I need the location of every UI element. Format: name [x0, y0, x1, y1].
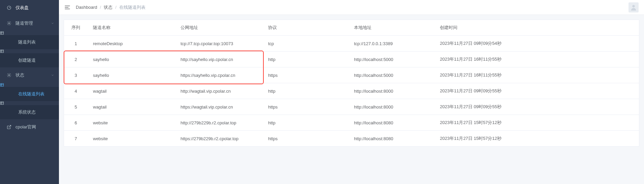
nav-tunnel-create-label: 创建隧道: [18, 57, 36, 63]
table-icon: [0, 101, 59, 105]
th-seq: 序列: [64, 20, 88, 36]
cell-url: tcp://7.tcp.cpolar.top:10073: [175, 36, 263, 52]
cell-created: 2023年11月27日 15时57分12秒: [434, 115, 639, 131]
breadcrumb-dashboard[interactable]: Dashboard: [76, 5, 97, 10]
cell-seq: 6: [64, 115, 88, 131]
nav-tunnel-mgmt-label: 隧道管理: [15, 20, 33, 26]
nav-online-tunnels-label: 在线隧道列表: [18, 91, 44, 97]
breadcrumb-sep: /: [100, 5, 101, 10]
breadcrumb: Dashboard / 状态 / 在线隧道列表: [76, 4, 146, 10]
cell-seq: 1: [64, 36, 88, 52]
svg-rect-12: [1, 102, 4, 104]
th-name: 隧道名称: [88, 20, 175, 36]
th-url: 公网地址: [175, 20, 263, 36]
gear-icon: [6, 73, 12, 78]
nav-cpolar-site[interactable]: cpolar官网: [0, 119, 59, 135]
avatar[interactable]: [629, 2, 639, 12]
cell-proto: https: [263, 131, 349, 147]
table-row: 3sayhellohttps://sayhello.vip.cpolar.cnh…: [64, 67, 639, 83]
cell-local: http://localhost:8080: [349, 115, 434, 131]
cell-url: http://wagtail.vip.cpolar.cn: [175, 83, 263, 99]
chevron-down-icon: [51, 73, 54, 77]
breadcrumb-sep: /: [115, 5, 117, 10]
cell-created: 2023年11月27日 09时09分55秒: [434, 99, 639, 115]
nav-dashboard[interactable]: 仪表盘: [0, 0, 59, 16]
cell-seq: 2: [64, 52, 88, 67]
nav-status-label: 状态: [15, 72, 24, 78]
breadcrumb-status[interactable]: 状态: [104, 4, 112, 10]
cell-name: wagtail: [88, 99, 175, 115]
nav-tunnel-mgmt[interactable]: 隧道管理: [0, 16, 59, 31]
nav-tunnel-create[interactable]: 创建隧道: [0, 53, 59, 67]
nav-dashboard-label: 仪表盘: [15, 5, 29, 11]
cell-seq: 4: [64, 83, 88, 99]
nav-online-tunnels[interactable]: 在线隧道列表: [0, 87, 59, 101]
external-link-icon: [6, 125, 12, 129]
cell-name: sayhello: [88, 67, 175, 83]
cell-name: website: [88, 131, 175, 147]
table-icon: [0, 49, 59, 53]
table-row: 7websitehttps://279b229b.r2.cpolar.topht…: [64, 131, 639, 147]
table-icon: [0, 83, 59, 87]
cell-created: 2023年11月27日 15时57分12秒: [434, 131, 639, 147]
sidebar: 仪表盘 隧道管理 隧道列表 创建隧道: [0, 0, 59, 184]
svg-rect-9: [1, 84, 4, 86]
nav-system-status-label: 系统状态: [18, 109, 36, 115]
th-proto: 协议: [263, 20, 349, 36]
cell-proto: http: [263, 52, 349, 67]
cell-url: http://279b229b.r2.cpolar.top: [175, 115, 263, 131]
cell-proto: https: [263, 67, 349, 83]
chevron-down-icon: [51, 22, 54, 25]
table-row: 6websitehttp://279b229b.r2.cpolar.tophtt…: [64, 115, 639, 131]
cell-url: https://279b229b.r2.cpolar.top: [175, 131, 263, 147]
content: 序列 隧道名称 公网地址 协议 本地地址 创建时间 1remoteDesktop…: [59, 15, 644, 151]
cell-local: http://localhost:8080: [349, 131, 434, 147]
tunnel-table-card: 序列 隧道名称 公网地址 协议 本地地址 创建时间 1remoteDesktop…: [64, 20, 639, 147]
cell-name: sayhello: [88, 52, 175, 67]
th-local: 本地地址: [349, 20, 434, 36]
cell-local: http://localhost:5000: [349, 52, 434, 67]
cell-created: 2023年11月27日 16时11分55秒: [434, 52, 639, 67]
svg-line-15: [9, 125, 11, 127]
gauge-icon: [6, 5, 12, 10]
cell-name: website: [88, 115, 175, 131]
cell-name: remoteDesktop: [88, 36, 175, 52]
cell-created: 2023年11月27日 09时09分54秒: [434, 36, 639, 52]
table-row: 5wagtailhttps://wagtail.vip.cpolar.cnhtt…: [64, 99, 639, 115]
gear-icon: [6, 21, 12, 26]
nav-tunnel-list-label: 隧道列表: [18, 39, 36, 45]
cell-url: http://sayhello.vip.cpolar.cn: [175, 52, 263, 67]
cell-local: tcp://127.0.0.1:3389: [349, 36, 434, 52]
cell-seq: 3: [64, 67, 88, 83]
th-created: 创建时间: [434, 20, 639, 36]
cell-proto: http: [263, 83, 349, 99]
header: Dashboard / 状态 / 在线隧道列表: [59, 0, 644, 15]
cell-name: wagtail: [88, 83, 175, 99]
svg-point-8: [8, 74, 10, 76]
nav-cpolar-site-label: cpolar官网: [15, 124, 36, 130]
table-icon: [0, 31, 59, 35]
nav-system-status[interactable]: 系统状态: [0, 105, 59, 119]
cell-url: https://sayhello.vip.cpolar.cn: [175, 67, 263, 83]
cell-url: https://wagtail.vip.cpolar.cn: [175, 99, 263, 115]
tunnel-table: 序列 隧道名称 公网地址 协议 本地地址 创建时间 1remoteDesktop…: [64, 20, 639, 146]
cell-local: http://localhost:8000: [349, 83, 434, 99]
nav-tunnel-list[interactable]: 隧道列表: [0, 35, 59, 49]
cell-proto: tcp: [263, 36, 349, 52]
menu-toggle-icon[interactable]: [64, 5, 70, 10]
cell-created: 2023年11月27日 09时09分55秒: [434, 83, 639, 99]
cell-seq: 7: [64, 131, 88, 147]
svg-point-19: [632, 5, 635, 7]
svg-rect-2: [1, 32, 4, 34]
cell-seq: 5: [64, 99, 88, 115]
cell-proto: http: [263, 115, 349, 131]
cell-local: http://localhost:5000: [349, 67, 434, 83]
table-row: 1remoteDesktoptcp://7.tcp.cpolar.top:100…: [64, 36, 639, 52]
breadcrumb-current: 在线隧道列表: [119, 4, 146, 10]
svg-rect-5: [1, 50, 4, 53]
nav-status[interactable]: 状态: [0, 67, 59, 83]
cell-local: http://localhost:8000: [349, 99, 434, 115]
table-row: 4wagtailhttp://wagtail.vip.cpolar.cnhttp…: [64, 83, 639, 99]
table-row: 2sayhellohttp://sayhello.vip.cpolar.cnht…: [64, 52, 639, 67]
cell-proto: https: [263, 99, 349, 115]
